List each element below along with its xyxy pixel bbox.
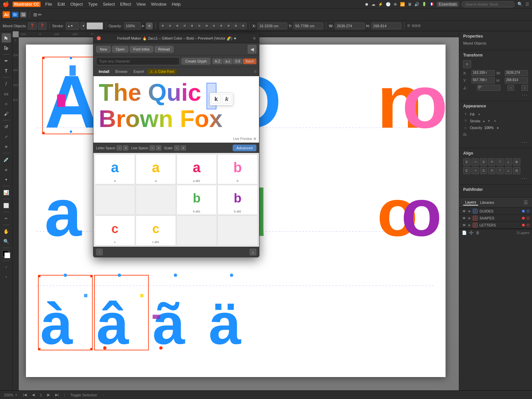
layers-menu[interactable]: ☰ [524,200,528,205]
fs-footer-info-btn[interactable]: ℹ [96,249,103,255]
zoom-value[interactable]: 200% [4,393,13,397]
background-color[interactable] [4,252,10,258]
tool-direct-select[interactable] [2,43,11,53]
fs-menu-icon[interactable]: ≡ [253,36,256,41]
fs-az-upper-button[interactable]: A-Z [212,59,222,64]
layer-guides[interactable]: 👁 ▶ A GUIDES [459,208,532,215]
fs-scroll-up[interactable]: ▲ [250,249,256,255]
tab-libraries[interactable]: Libraries [478,200,496,205]
fs-advanced-button[interactable]: Advanced [233,145,256,151]
fs-tab-export[interactable]: Export [131,68,147,74]
align-btn-8[interactable]: ⊟ [211,23,217,29]
page-nav-next[interactable]: ▶ [47,393,50,397]
w-transform-input[interactable]: 2639.274 [505,70,528,76]
layer-letters-eye[interactable]: 👁 [462,223,466,227]
tool-hand[interactable]: ✋ [2,227,11,236]
layer-letters[interactable]: 👁 ▶ A LETTERS [459,222,532,229]
tool-column-graph[interactable]: 📊 [2,188,11,197]
transform-more-btn[interactable]: ··· [522,92,528,98]
tool-symbol[interactable]: ✦ [2,175,11,184]
align-btn-11[interactable]: ⊞ [233,23,239,29]
tool-brush[interactable]: 🖌 [2,109,11,118]
fx-label[interactable]: fx. [463,132,468,137]
pen-icon[interactable]: ✏ [38,12,42,17]
tool-warp[interactable]: ≋ [2,142,11,151]
glyph-var-1[interactable]: k [211,94,221,104]
menu-view[interactable]: View [134,2,148,7]
fs-new-button[interactable]: New [96,46,111,53]
tool-zoom[interactable]: 🔍 [2,237,11,246]
fill-dropdown[interactable]: ▼ [476,112,482,117]
appearance-more-btn[interactable]: ··· [522,139,528,145]
stroke-down-arrow[interactable]: ▼ [487,119,490,123]
layers-add-icon[interactable]: ➕ [469,230,474,235]
menu-select[interactable]: Select [100,2,117,7]
tool-line[interactable]: / [2,79,11,88]
transform-more[interactable]: ⚙ [407,24,410,28]
menu-file[interactable]: File [43,2,55,7]
x-transform-input[interactable]: 163.339 r [471,70,495,76]
w-coord-input[interactable]: 2639.274 [335,23,365,29]
menu-window[interactable]: Window [148,2,169,7]
zoom-dropdown[interactable]: ▼ [15,393,18,397]
toggle-selection[interactable]: Toggle Selection [70,393,97,397]
glyph-cell-c1[interactable]: c c [95,215,135,245]
y-coord-input[interactable]: 56.7788 cm [293,23,323,29]
glyph-cell-b-alt1[interactable]: b b alt1 [177,185,217,215]
distribute-bottom[interactable]: ⊥ [505,167,512,174]
glyph-var-2[interactable]: k [222,94,231,104]
transform-flip-h[interactable]: ↔ [507,85,514,91]
align-right-edge[interactable]: ⊐ [480,158,487,166]
tool-scale[interactable]: ⤢ [2,132,11,141]
opacity-appear-val[interactable]: 100% [484,126,493,130]
opacity-input[interactable]: 100% [124,22,141,30]
fs-close-button[interactable] [97,36,101,40]
mixed-objects-selector2[interactable]: ❓ [38,22,47,30]
search-icon[interactable]: 🔍 [517,2,523,7]
y-transform-input[interactable]: 567.788 r [471,77,495,83]
tool-rotate[interactable]: ↺ [2,122,11,131]
stroke-dropdown-arrow[interactable]: ▼ [492,119,498,123]
fs-open-button[interactable]: Open [112,46,128,53]
angle-transform-input[interactable]: 0° [477,85,500,91]
align-btn-5[interactable]: ⊞ [189,23,196,29]
glyph-cell-a2[interactable]: a a [136,154,176,184]
align-btn-6[interactable]: ⊟ [196,23,203,29]
glyph-cell-b1[interactable]: b b [217,154,258,184]
menu-object[interactable]: Object [67,2,85,7]
stroke-up-arrow[interactable]: ▲ [482,119,485,123]
color-swatch[interactable] [86,22,103,30]
distribute-top[interactable]: ⊓ [488,167,495,174]
layer-shapes-eye[interactable]: 👁 [462,216,466,220]
align-btn-3[interactable]: ⊞ [174,23,181,29]
tab-layers[interactable]: Layers [463,200,478,205]
x-coord-input[interactable]: 16.3339 cm [257,23,287,29]
essentials-selector[interactable]: Essentials [437,2,459,7]
align-btn-12[interactable]: ⊞ [240,23,247,29]
page-nav-prev-prev[interactable]: |◀ [23,393,27,397]
tool-artboard[interactable]: ⬜ [2,201,11,210]
grid-icon[interactable]: ⊞ [33,12,37,17]
layer-guides-expand[interactable]: ▶ [468,209,471,213]
menu-type[interactable]: Type [85,2,100,7]
apple-menu[interactable]: 🍎 [3,1,9,7]
stroke-input[interactable]: ▲▼ [66,22,79,30]
distribute-left[interactable]: ⊏ [463,167,470,174]
menu-help[interactable]: Help [169,2,184,7]
tool-blend[interactable]: ⌀ [2,165,11,174]
align-bottom-edge[interactable]: ⊥ [505,158,512,166]
transform-flip-v[interactable]: ↕ [521,85,528,91]
align-btn-10[interactable]: ⊞ [225,23,232,29]
layer-guides-eye[interactable]: 👁 [462,209,466,213]
align-btn-1[interactable]: ⊞ [160,23,166,29]
align-top-edge[interactable]: ⊓ [488,158,495,166]
layer-letters-expand[interactable]: ▶ [468,223,471,227]
line-space-minus[interactable]: − [150,145,155,151]
align-center-h[interactable]: ⊣ [471,158,479,166]
redefine-btn[interactable]: ⊕ [146,23,153,29]
fs-az-lower-button[interactable]: a-z [223,59,232,64]
hamburger-icon[interactable]: ☰ [525,2,529,7]
tool-type[interactable]: T [2,66,11,75]
fs-settings-icon[interactable]: ⚙ [253,137,256,141]
stroke-dropdown[interactable]: ▼ [80,22,85,30]
